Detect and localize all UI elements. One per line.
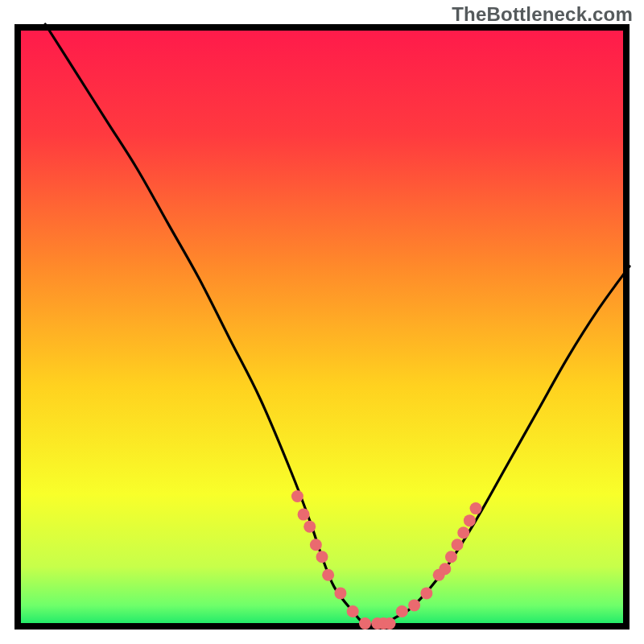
highlight-dot	[445, 551, 457, 563]
highlight-dot	[334, 587, 346, 599]
highlight-dot	[408, 599, 420, 611]
watermark-text: TheBottleneck.com	[452, 3, 633, 26]
highlight-dot	[420, 587, 432, 599]
highlight-dot	[359, 617, 371, 630]
highlight-dot	[316, 551, 328, 563]
chart-frame: TheBottleneck.com	[0, 0, 644, 644]
highlight-dot	[439, 563, 451, 575]
highlight-dot	[322, 569, 334, 581]
highlight-dot	[310, 539, 322, 551]
highlight-dot	[464, 514, 476, 526]
highlight-dot	[347, 605, 359, 617]
highlight-dot	[470, 502, 482, 514]
highlight-dot	[384, 617, 396, 630]
highlight-dot	[298, 509, 310, 521]
bottleneck-chart	[0, 0, 644, 644]
highlight-dot	[303, 521, 316, 533]
plot-background	[18, 27, 626, 626]
highlight-dot	[291, 490, 303, 502]
highlight-dot	[452, 539, 464, 551]
highlight-dot	[457, 526, 469, 539]
highlight-dot	[396, 605, 408, 617]
